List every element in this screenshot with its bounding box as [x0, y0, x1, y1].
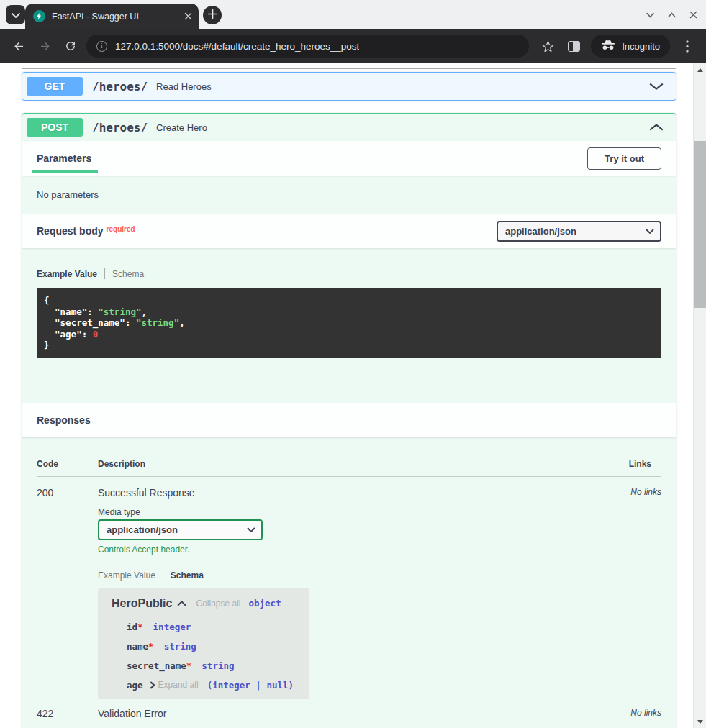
request-example-code[interactable]: { "name": "string", "secret_name": "stri…	[37, 288, 661, 358]
response-200-description-cell: Successful Response Media type applicati…	[98, 487, 597, 699]
responses-table: Code Description Links 200 Successful Re…	[22, 437, 676, 728]
try-it-out-button[interactable]: Try it out	[587, 147, 661, 170]
tab-separator	[163, 570, 163, 581]
bookmark-star-icon[interactable]	[536, 35, 559, 58]
response-422-description: Validation Error	[98, 708, 597, 719]
required-star: *	[186, 660, 192, 671]
back-button[interactable]	[7, 35, 30, 58]
request-content-type-value: application/json	[505, 226, 576, 237]
incognito-icon	[601, 40, 615, 53]
model-box-heropublic: HeroPublic Collapse all object id*intege…	[98, 588, 309, 699]
model-properties: id*integername*stringsecret_name*stringa…	[112, 616, 301, 691]
window-close-icon[interactable]	[688, 9, 699, 20]
responses-title: Responses	[37, 414, 91, 426]
window-controls	[645, 0, 699, 29]
request-example-tabs: Example Value Schema	[37, 268, 661, 279]
request-body-title: Request bodyrequired	[37, 225, 135, 237]
expand-chevron-right-icon[interactable]	[150, 681, 155, 689]
browser-titlebar: FastAPI - Swagger UI	[0, 0, 706, 29]
post-path: /heroes/	[92, 121, 148, 135]
required-label: required	[107, 225, 135, 233]
address-bar[interactable]: i 127.0.0.1:5000/docs#/default/create_he…	[86, 35, 529, 58]
model-prop-age: ageExpand all(integer | null)	[127, 680, 301, 691]
refresh-button[interactable]	[59, 35, 82, 58]
parameters-title: Parameters	[37, 153, 91, 164]
response-schema-tabs: Example Value Schema	[98, 570, 597, 581]
responses-header: Responses	[22, 403, 676, 437]
expand-all-link[interactable]: Expand all	[158, 680, 199, 690]
no-parameters-text: No parameters	[22, 176, 676, 214]
tab-close-icon[interactable]	[184, 12, 192, 20]
plus-icon	[208, 9, 217, 22]
response-code-422: 422	[37, 708, 98, 719]
opblock-get-summary[interactable]: GET /heroes/ Read Heroes	[22, 73, 676, 100]
model-collapse-chevron-up-icon[interactable]	[177, 601, 186, 606]
required-star: *	[148, 641, 154, 652]
url-text: 127.0.0.1:5000/docs#/default/create_hero…	[115, 41, 359, 52]
request-content-type-select[interactable]: application/json	[497, 221, 661, 242]
response-content-type-value: application/json	[107, 524, 178, 535]
prop-type: (integer | null)	[207, 680, 294, 691]
scrollbar-up-arrow[interactable]	[694, 65, 706, 75]
model-prop-name: name*string	[127, 641, 301, 652]
col-description-header: Description	[98, 459, 597, 469]
fastapi-favicon-icon	[33, 10, 45, 22]
get-method-badge: GET	[27, 77, 83, 96]
browser-window: FastAPI - Swagger UI	[0, 0, 706, 728]
collapse-chevron-up-icon[interactable]	[648, 123, 664, 132]
request-body-header: Request bodyrequired application/json	[22, 214, 676, 248]
tab-schema[interactable]: Schema	[171, 570, 204, 581]
collapse-all-link[interactable]: Collapse all	[196, 599, 240, 609]
incognito-label: Incognito	[622, 41, 660, 52]
response-code-200: 200	[37, 487, 98, 699]
prop-name: id*	[127, 622, 143, 632]
forward-button[interactable]	[33, 35, 56, 58]
response-200-links: No links	[597, 487, 661, 699]
response-content-type-select[interactable]: application/json	[98, 519, 263, 540]
required-star: *	[137, 622, 143, 632]
col-code-header: Code	[37, 459, 98, 469]
tab-schema[interactable]: Schema	[112, 269, 144, 279]
parameters-header: Parameters Try it out	[22, 141, 676, 176]
response-422-links: No links	[597, 708, 661, 719]
model-name[interactable]: HeroPublic	[112, 597, 172, 610]
section-divider	[22, 68, 676, 69]
prop-name: age	[127, 680, 143, 691]
site-info-icon[interactable]: i	[96, 41, 107, 52]
opblock-post-summary[interactable]: POST /heroes/ Create Hero	[22, 114, 676, 141]
response-200-description: Successful Response	[98, 487, 597, 499]
prop-name: name*	[127, 641, 154, 652]
browser-tab[interactable]: FastAPI - Swagger UI	[25, 4, 199, 29]
tab-example-value[interactable]: Example Value	[37, 269, 97, 279]
model-prop-id: id*integer	[127, 622, 301, 632]
opblock-post-heroes: POST /heroes/ Create Hero Parameters Try…	[22, 113, 676, 728]
side-panel-icon[interactable]	[562, 35, 585, 58]
window-minimize-icon[interactable]	[645, 9, 656, 20]
select-chevron-down-icon	[247, 527, 255, 532]
prop-type: string	[164, 641, 196, 652]
swagger-page: GET /heroes/ Read Heroes POST /heroes/ C…	[0, 63, 693, 728]
tab-separator	[104, 268, 105, 279]
scrollbar-thumb[interactable]	[694, 141, 706, 308]
model-prop-secret_name: secret_name*string	[127, 660, 301, 671]
page-scrollbar[interactable]	[693, 63, 706, 728]
opblock-get-heroes: GET /heroes/ Read Heroes	[22, 72, 676, 101]
incognito-badge: Incognito	[591, 35, 670, 58]
get-path: /heroes/	[92, 80, 148, 94]
window-maximize-icon[interactable]	[666, 9, 677, 20]
accept-header-hint: Controls Accept header.	[98, 545, 597, 555]
browser-toolbar: i 127.0.0.1:5000/docs#/default/create_he…	[0, 29, 706, 63]
response-row-200: 200 Successful Response Media type appli…	[37, 477, 661, 699]
tab-search-button[interactable]	[6, 5, 25, 24]
model-title-row: HeroPublic Collapse all object	[112, 597, 301, 610]
menu-dots-icon[interactable]	[676, 35, 699, 58]
tab-title: FastAPI - Swagger UI	[52, 12, 180, 22]
request-body-content: Example Value Schema { "name": "string",…	[22, 268, 676, 358]
prop-type: string	[202, 660, 234, 671]
col-links-header: Links	[597, 459, 661, 469]
expand-chevron-down-icon[interactable]	[648, 82, 664, 91]
scrollbar-down-arrow[interactable]	[694, 716, 706, 727]
model-type: object	[249, 598, 281, 609]
tab-example-value[interactable]: Example Value	[98, 570, 155, 581]
new-tab-button[interactable]	[203, 6, 222, 24]
